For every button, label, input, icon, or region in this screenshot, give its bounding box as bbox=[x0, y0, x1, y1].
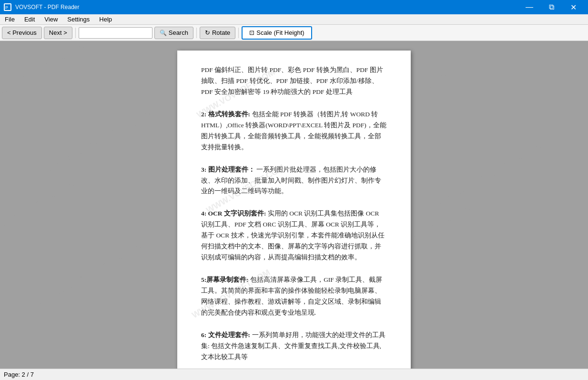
search-button[interactable]: 🔍 Search bbox=[154, 27, 193, 39]
status-bar: Page: 2 / 7 bbox=[0, 369, 588, 380]
menu-bar: File Edit View Settings Help bbox=[0, 14, 588, 25]
scale-label: Scale (Fit Height) bbox=[256, 29, 304, 36]
previous-button[interactable]: < Previous bbox=[2, 27, 42, 39]
section-5: 5:屏幕录制套件: 包括高清屏幕录像工具，GIF 录制工具、截屏工具。其简简的界… bbox=[201, 275, 387, 318]
title-bar-controls: — ⧉ ✕ bbox=[518, 0, 584, 14]
section-4: 4: OCR 文字识别套件: 实用的 OCR 识别工具集包括图像 OCR 识别工… bbox=[201, 208, 387, 263]
section-3-text: 3: 图片处理套件： 一系列图片批处理器，包括图片大小的修改、水印的添加、批量加… bbox=[201, 164, 387, 197]
section-4-text: 4: OCR 文字识别套件: 实用的 OCR 识别工具集包括图像 OCR 识别工… bbox=[201, 208, 387, 263]
app-title: VOVSOFT - PDF Reader bbox=[15, 4, 79, 10]
minimize-button[interactable]: — bbox=[518, 0, 540, 14]
menu-settings[interactable]: Settings bbox=[62, 14, 94, 25]
scale-icon: ⊡ bbox=[249, 29, 254, 36]
watermark-1: WWW.VOVSOFT.COM bbox=[0, 41, 89, 112]
watermark-3: WWW.VOVSOFT.COM bbox=[0, 178, 80, 250]
watermark-8: WWW.VOVSOFT.COM bbox=[434, 140, 547, 212]
rotate-icon: ↻ bbox=[205, 29, 210, 36]
menu-view[interactable]: View bbox=[40, 14, 62, 25]
section-1-text: PDF 偏斜纠正、图片转 PDF、彩色 PDF 转换为黑白、PDF 图片抽取、扫… bbox=[201, 65, 387, 98]
rotate-label: Rotate bbox=[212, 29, 230, 36]
section-4-label: 4: OCR 文字识别套件: bbox=[201, 210, 266, 217]
section-5-text: 5:屏幕录制套件: 包括高清屏幕录像工具，GIF 录制工具、截屏工具。其简简的界… bbox=[201, 275, 387, 318]
search-input[interactable] bbox=[79, 27, 152, 39]
section-5-label: 5:屏幕录制套件: bbox=[201, 276, 249, 283]
section-2-text: 2: 格式转换套件: 包括全能 PDF 转换器（转图片,转 WORD 转 HTM… bbox=[201, 109, 387, 153]
section-6: 6: 文件处理套件: 一系列简单好用，功能强大的处理文件的工具集: 包括文件急速… bbox=[201, 330, 387, 363]
svg-text:P: P bbox=[5, 5, 8, 10]
pdf-page: WWW.VOVSOFT.COM WWW.VOVSOFT.COM WWW.VOVS… bbox=[177, 51, 411, 369]
menu-help[interactable]: Help bbox=[94, 14, 117, 25]
section-6-label: 6: 文件处理套件: bbox=[201, 331, 250, 339]
toolbar-separator-2 bbox=[196, 28, 197, 38]
section-6-text: 6: 文件处理套件: 一系列简单好用，功能强大的处理文件的工具集: 包括文件急速… bbox=[201, 330, 387, 363]
restore-button[interactable]: ⧉ bbox=[540, 0, 562, 14]
section-3-label: 3: 图片处理套件： bbox=[201, 166, 255, 173]
section-3: 3: 图片处理套件： 一系列图片批处理器，包括图片大小的修改、水印的添加、批量加… bbox=[201, 164, 387, 197]
app-icon: P bbox=[4, 3, 11, 11]
close-button[interactable]: ✕ bbox=[562, 0, 584, 14]
search-icon: 🔍 bbox=[160, 30, 167, 36]
title-bar-left: P VOVSOFT - PDF Reader bbox=[4, 3, 79, 11]
section-1: PDF 偏斜纠正、图片转 PDF、彩色 PDF 转换为黑白、PDF 图片抽取、扫… bbox=[201, 65, 387, 98]
watermark-4: WWW.VOVSOFT.COM bbox=[34, 240, 146, 312]
watermark-2: WWW.VOVSOFT.COM bbox=[43, 106, 156, 178]
title-bar: P VOVSOFT - PDF Reader — ⧉ ✕ bbox=[0, 0, 588, 14]
main-area: WWW.VOVSOFT.COM WWW.VOVSOFT.COM WWW.VOVS… bbox=[0, 41, 588, 369]
toolbar-separator-3 bbox=[238, 28, 239, 38]
scale-button[interactable]: ⊡ Scale (Fit Height) bbox=[242, 26, 312, 40]
next-button[interactable]: Next > bbox=[44, 27, 72, 39]
menu-file[interactable]: File bbox=[0, 14, 20, 25]
toolbar: < Previous Next > 🔍 Search ↻ Rotate ⊡ Sc… bbox=[0, 25, 588, 41]
page-status: Page: 2 / 7 bbox=[4, 371, 34, 378]
section-2: 2: 格式转换套件: 包括全能 PDF 转换器（转图片,转 WORD 转 HTM… bbox=[201, 109, 387, 153]
toolbar-separator-1 bbox=[75, 28, 76, 38]
menu-edit[interactable]: Edit bbox=[20, 14, 40, 25]
rotate-button[interactable]: ↻ Rotate bbox=[200, 27, 235, 39]
search-label: Search bbox=[169, 29, 188, 36]
section-2-label: 2: 格式转换套件: bbox=[201, 111, 250, 118]
pdf-content: PDF 偏斜纠正、图片转 PDF、彩色 PDF 转换为黑白、PDF 图片抽取、扫… bbox=[201, 65, 387, 363]
